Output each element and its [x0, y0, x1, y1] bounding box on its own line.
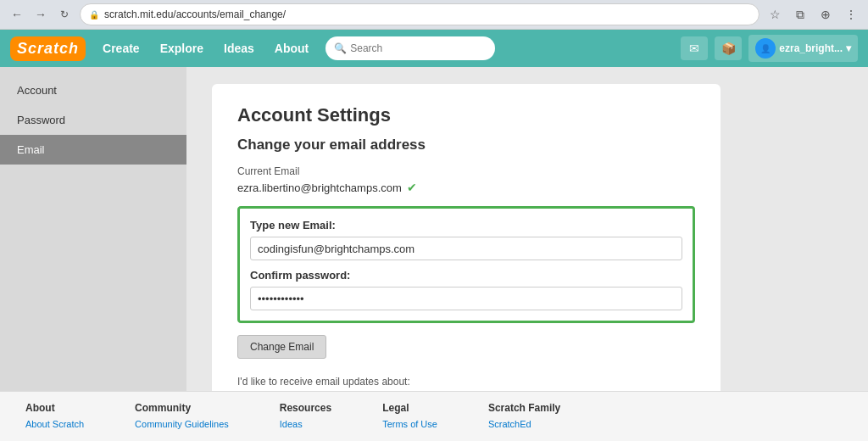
current-email-row: ezra.libertino@brightchamps.com ✔ — [237, 181, 695, 194]
sidebar-item-email[interactable]: Email — [0, 135, 186, 165]
nav-about[interactable]: About — [268, 38, 315, 59]
chevron-down-icon: ▾ — [846, 42, 851, 54]
browser-chrome: ← → ↻ 🔒 scratch.mit.edu/accounts/email_c… — [0, 0, 868, 30]
confirm-password-label: Confirm password: — [250, 269, 682, 282]
nav-explore[interactable]: Explore — [153, 38, 210, 59]
browser-toolbar: ← → ↻ 🔒 scratch.mit.edu/accounts/email_c… — [0, 0, 868, 29]
footer-community-guidelines[interactable]: Community Guidelines — [135, 417, 229, 432]
page-body: Account Password Email Account Settings … — [0, 67, 868, 391]
section-title: Change your email address — [237, 137, 695, 154]
scratch-navbar: Scratch Create Explore Ideas About 🔍 ✉ 📦… — [0, 30, 868, 67]
footer-col-legal: Legal Terms of Use — [382, 402, 437, 432]
current-email-label: Current Email — [237, 165, 695, 177]
page-title: Account Settings — [237, 104, 695, 126]
footer-col-scratch-family: Scratch Family ScratchEd — [488, 402, 560, 432]
email-updates-label: I'd like to receive email updates about: — [237, 376, 695, 388]
nav-buttons: ← → ↻ — [7, 4, 75, 25]
messages-button[interactable]: ✉ — [681, 36, 708, 60]
url-text: scratch.mit.edu/accounts/email_change/ — [104, 8, 286, 20]
main-content: Account Settings Change your email addre… — [186, 67, 868, 391]
footer-col-community: Community Community Guidelines — [135, 402, 229, 432]
change-email-button[interactable]: Change Email — [237, 335, 326, 359]
confirm-password-input[interactable] — [250, 287, 682, 310]
back-button[interactable]: ← — [7, 4, 27, 25]
email-form-highlight: Type new Email: Confirm password: — [237, 206, 695, 323]
footer-about-scratch[interactable]: About Scratch — [25, 417, 84, 432]
nav-ideas[interactable]: Ideas — [217, 38, 261, 59]
refresh-button[interactable]: ↻ — [54, 4, 75, 25]
footer-ideas-link[interactable]: Ideas — [280, 417, 331, 432]
new-email-label: Type new Email: — [250, 219, 682, 232]
search-input[interactable] — [350, 42, 486, 54]
sidebar: Account Password Email — [0, 67, 186, 391]
address-bar[interactable]: 🔒 scratch.mit.edu/accounts/email_change/ — [80, 3, 760, 25]
footer-about-title: About — [25, 402, 84, 414]
footer-resources-title: Resources — [280, 402, 331, 414]
sidebar-item-account[interactable]: Account — [0, 75, 186, 105]
content-card: Account Settings Change your email addre… — [212, 84, 721, 391]
scratch-logo[interactable]: Scratch — [10, 36, 86, 61]
avatar: 👤 — [755, 38, 776, 59]
search-icon: 🔍 — [334, 42, 347, 54]
nav-right: ✉ 📦 👤 ezra_bright... ▾ — [681, 35, 858, 62]
confirm-password-group: Confirm password: — [250, 269, 682, 310]
lock-icon: 🔒 — [89, 10, 99, 20]
user-menu[interactable]: 👤 ezra_bright... ▾ — [748, 35, 858, 62]
footer-community-title: Community — [135, 402, 229, 414]
backpack-button[interactable]: 📦 — [715, 36, 742, 60]
footer-scratched-link[interactable]: ScratchEd — [488, 417, 560, 432]
new-email-input[interactable] — [250, 237, 682, 260]
profile-icon[interactable]: ⊕ — [815, 4, 836, 25]
footer-col-about: About About Scratch — [25, 402, 84, 432]
footer: About About Scratch Community Community … — [0, 391, 868, 441]
extension-icon[interactable]: ⧉ — [790, 4, 810, 25]
current-email-value: ezra.libertino@brightchamps.com — [237, 181, 402, 194]
forward-button[interactable]: → — [31, 4, 51, 25]
browser-actions: ☆ ⧉ ⊕ ⋮ — [765, 4, 861, 25]
footer-terms-link[interactable]: Terms of Use — [382, 417, 437, 432]
bookmark-icon[interactable]: ☆ — [765, 4, 785, 25]
verified-icon: ✔ — [407, 181, 417, 194]
username: ezra_bright... — [779, 42, 843, 54]
menu-icon[interactable]: ⋮ — [841, 4, 861, 25]
footer-legal-title: Legal — [382, 402, 437, 414]
footer-scratch-family-title: Scratch Family — [488, 402, 560, 414]
sidebar-item-password[interactable]: Password — [0, 105, 186, 135]
new-email-group: Type new Email: — [250, 219, 682, 260]
nav-create[interactable]: Create — [96, 38, 147, 59]
footer-col-resources: Resources Ideas — [280, 402, 331, 432]
search-bar[interactable]: 🔍 — [326, 36, 495, 60]
